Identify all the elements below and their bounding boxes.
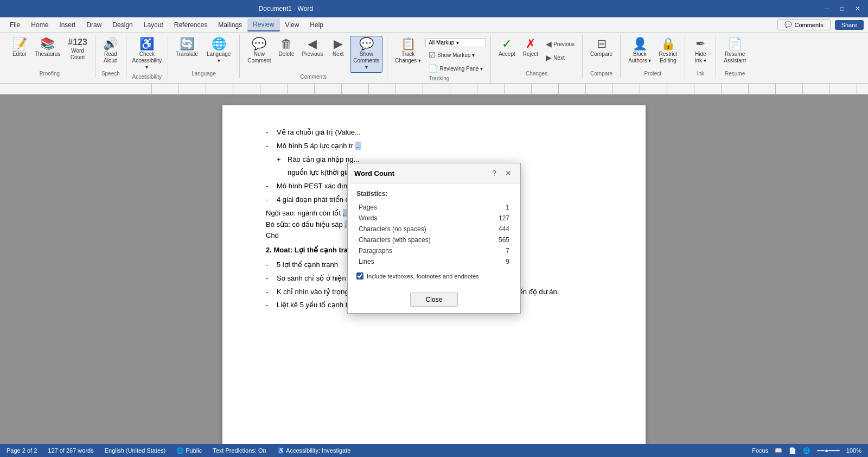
ribbon-btn-restrictediting[interactable]: 🔒 Restrict Editing bbox=[655, 36, 680, 66]
showcomments-icon: 💬 bbox=[359, 38, 374, 50]
newcomment-label: New Comment bbox=[247, 51, 271, 64]
wordcount-icon: #123 bbox=[68, 38, 87, 47]
close-btn[interactable]: ✕ bbox=[852, 5, 864, 12]
menu-bar: File Home Insert Draw Design Layout Refe… bbox=[0, 17, 868, 33]
tracking-label: Tracking bbox=[392, 74, 486, 83]
menu-insert[interactable]: Insert bbox=[54, 19, 81, 31]
ribbon-btn-blockauthors[interactable]: 👤 Block Authors ▾ bbox=[625, 36, 654, 66]
view-print-icon[interactable]: 📄 bbox=[789, 447, 796, 454]
stat-label: Paragraphs bbox=[356, 245, 486, 256]
ribbon-group-tracking: 📋 Track Changes ▾ All Markup ▾ ☑ Show Ma… bbox=[387, 35, 491, 83]
stat-value: 565 bbox=[486, 234, 512, 245]
ribbon-btn-delete[interactable]: 🗑 Delete bbox=[276, 36, 298, 60]
reviewingpane-label: Reviewing Pane ▾ bbox=[439, 66, 483, 72]
menu-draw[interactable]: Draw bbox=[81, 19, 107, 31]
readaloud-icon: 🔊 bbox=[103, 38, 118, 50]
ribbon-btn-thesaurus[interactable]: 📚 Thesaurus bbox=[31, 36, 63, 60]
menu-design[interactable]: Design bbox=[107, 19, 138, 31]
prevcomment-label: Previous bbox=[302, 51, 323, 58]
thesaurus-label: Thesaurus bbox=[35, 51, 60, 58]
blockauthors-icon: 👤 bbox=[633, 38, 647, 50]
ribbon-btn-resumeassistant[interactable]: 📄 Resume Assistant bbox=[720, 36, 749, 66]
list-item: - Vẽ ra chuỗi giá trị (Value... bbox=[266, 127, 602, 138]
showmarkup-btn[interactable]: ☑ Show Markup ▾ bbox=[425, 49, 486, 61]
prevchange-icon: ◀ bbox=[546, 40, 552, 48]
view-web-icon[interactable]: 🌐 bbox=[803, 447, 810, 454]
reviewingpane-icon: 📄 bbox=[429, 64, 438, 73]
ribbon-btn-language[interactable]: 🌐 Language ▾ bbox=[202, 36, 235, 66]
dialog-close-button[interactable]: Close bbox=[410, 293, 458, 307]
prevchange-btn[interactable]: ◀ Previous bbox=[542, 38, 578, 50]
trackchanges-icon: 📋 bbox=[401, 38, 416, 50]
ribbon-btn-prevcomment[interactable]: ◀ Previous bbox=[298, 36, 326, 60]
allmarkup-label: All Markup bbox=[429, 40, 454, 46]
showcomments-label: Show Comments ▾ bbox=[353, 51, 379, 71]
ribbon-btn-trackchanges[interactable]: 📋 Track Changes ▾ bbox=[392, 36, 424, 66]
ribbon-btn-checkaccessibility[interactable]: ♿ Check Accessibility ▾ bbox=[131, 36, 163, 73]
ribbon-btn-translate[interactable]: 🔄 Translate bbox=[173, 36, 201, 60]
showmarkup-icon: ☑ bbox=[429, 50, 436, 59]
menu-help[interactable]: Help bbox=[304, 19, 329, 31]
public-icon: 🌐 bbox=[176, 447, 184, 454]
menu-home[interactable]: Home bbox=[25, 19, 54, 31]
menu-view[interactable]: View bbox=[280, 19, 305, 31]
compare-label: Compare bbox=[590, 51, 612, 58]
ribbon-btn-editor[interactable]: 📝 Editor bbox=[9, 36, 30, 60]
stat-value: 444 bbox=[486, 224, 512, 234]
showmarkup-label: Show Markup ▾ bbox=[437, 52, 475, 58]
ribbon-btn-newcomment[interactable]: 💬 New Comment bbox=[244, 36, 274, 66]
ribbon-btn-showcomments[interactable]: 💬 Show Comments ▾ bbox=[350, 36, 382, 73]
ribbon-btn-reject[interactable]: ✗ Reject bbox=[520, 36, 541, 60]
accept-icon: ✓ bbox=[502, 38, 512, 50]
include-checkbox[interactable] bbox=[356, 272, 363, 280]
status-public[interactable]: 🌐 Public bbox=[176, 447, 202, 454]
include-checkbox-label: Include textboxes, footnotes and endnote… bbox=[367, 273, 479, 280]
ribbon-btn-readaloud[interactable]: 🔊 Read Aloud bbox=[100, 36, 122, 66]
status-word-info: 127 of 267 words bbox=[48, 447, 93, 454]
ruler-bar bbox=[125, 84, 868, 94]
ribbon-group-speech: 🔊 Read Aloud Speech bbox=[95, 35, 126, 78]
dialog-close-icon-btn[interactable]: ✕ bbox=[503, 168, 514, 179]
word-count-dialog[interactable]: Word Count ? ✕ Statistics: Pages1Words12… bbox=[347, 163, 521, 314]
ribbon-group-protect: 👤 Block Authors ▾ 🔒 Restrict Editing Pro… bbox=[621, 35, 685, 78]
prevcomment-icon: ◀ bbox=[308, 38, 317, 50]
focus-btn[interactable]: Focus bbox=[752, 447, 768, 454]
ribbon: 📝 Editor 📚 Thesaurus #123 Word Count Pro… bbox=[0, 33, 868, 84]
stats-row: Paragraphs7 bbox=[356, 245, 512, 256]
zoom-slider[interactable]: ━━●━━━ bbox=[817, 447, 840, 454]
status-accessibility[interactable]: ♿ Accessibility: Investigate bbox=[277, 447, 351, 454]
ribbon-btn-wordcount[interactable]: #123 Word Count bbox=[65, 36, 91, 63]
maximize-btn[interactable]: □ bbox=[837, 5, 847, 12]
stats-row: Characters (no spaces)444 bbox=[356, 224, 512, 234]
menu-references[interactable]: References bbox=[169, 19, 213, 31]
menu-mailings[interactable]: Mailings bbox=[213, 19, 247, 31]
allmarkup-dropdown[interactable]: All Markup ▾ bbox=[425, 38, 486, 47]
reviewingpane-btn[interactable]: 📄 Reviewing Pane ▾ bbox=[425, 62, 486, 74]
ribbon-btn-hideink[interactable]: ✒ Hide Ink ▾ bbox=[690, 36, 711, 66]
view-read-icon[interactable]: 📖 bbox=[775, 447, 782, 454]
accessibility-group-label: Accessibility bbox=[131, 73, 163, 81]
minimize-btn[interactable]: ─ bbox=[821, 5, 833, 12]
dialog-title: Word Count bbox=[354, 169, 394, 177]
ribbon-btn-compare[interactable]: ⊟ Compare bbox=[587, 36, 616, 60]
menu-layout[interactable]: Layout bbox=[138, 19, 169, 31]
stat-label: Characters (no spaces) bbox=[356, 224, 486, 234]
menu-file[interactable]: File bbox=[4, 19, 25, 31]
comments-label: Comments bbox=[794, 22, 823, 28]
accessibility-label: Check Accessibility ▾ bbox=[132, 51, 162, 71]
language-label: Language bbox=[173, 69, 235, 78]
nextchange-btn[interactable]: ▶ Next bbox=[542, 52, 578, 64]
stats-row: Words127 bbox=[356, 213, 512, 224]
delete-label: Delete bbox=[279, 51, 295, 58]
share-button[interactable]: Share bbox=[835, 20, 864, 30]
dialog-help-btn[interactable]: ? bbox=[490, 168, 499, 179]
stat-value: 127 bbox=[486, 213, 512, 224]
stat-value: 7 bbox=[486, 245, 512, 256]
trackchanges-label: Track Changes ▾ bbox=[395, 51, 421, 64]
menu-review[interactable]: Review bbox=[247, 18, 279, 31]
restrictediting-icon: 🔒 bbox=[661, 38, 675, 50]
ribbon-btn-nextcomment[interactable]: ▶ Next bbox=[327, 36, 349, 60]
comments-button[interactable]: 💬 Comments bbox=[777, 19, 830, 30]
ribbon-btn-accept[interactable]: ✓ Accept bbox=[495, 36, 519, 60]
restrictediting-label: Restrict Editing bbox=[659, 51, 677, 64]
